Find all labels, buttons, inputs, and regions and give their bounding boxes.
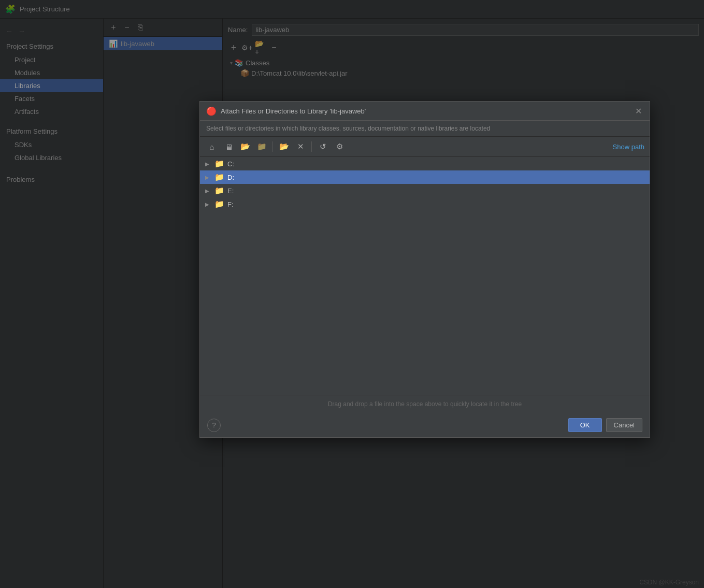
c-chevron: ▶ [205, 161, 211, 167]
f-drive-label: F: [227, 200, 234, 208]
e-drive-label: E: [227, 187, 234, 195]
folder-home-button[interactable]: 📂 [238, 140, 252, 153]
refresh-button[interactable]: ↺ [316, 140, 329, 153]
dialog-footer: ? OK Cancel [200, 413, 650, 437]
toolbar-separator-2 [311, 141, 312, 152]
dialog-title-text: Attach Files or Directories to Library '… [221, 107, 366, 115]
e-folder-icon: 📁 [214, 186, 224, 195]
settings-button[interactable]: ⚙ [333, 140, 346, 153]
file-tree-row-c[interactable]: ▶ 📁 C: [200, 157, 650, 170]
expand-folder-button[interactable]: 📂 [277, 140, 291, 153]
file-tree-row-f[interactable]: ▶ 📁 F: [200, 197, 650, 211]
dialog-actions: OK Cancel [568, 418, 642, 432]
new-folder-disabled-button[interactable]: 📁 [255, 140, 268, 153]
dialog-subtitle: Select files or directories in which lib… [200, 121, 650, 137]
desktop-button[interactable]: 🖥 [222, 140, 235, 153]
attach-files-dialog: 🔴 Attach Files or Directories to Library… [199, 101, 650, 438]
file-tree-row-e[interactable]: ▶ 📁 E: [200, 184, 650, 197]
file-toolbar-left: ⌂ 🖥 📂 📁 📂 ✕ ↺ ⚙ [205, 140, 346, 153]
dialog-file-toolbar: ⌂ 🖥 📂 📁 📂 ✕ ↺ ⚙ Show path [200, 137, 650, 157]
d-drive-label: D: [227, 174, 234, 181]
f-folder-icon: 📁 [214, 199, 224, 209]
dialog-title-left: 🔴 Attach Files or Directories to Library… [206, 106, 366, 116]
file-tree[interactable]: ▶ 📁 C: ▶ 📁 D: ▶ 📁 E: ▶ 📁 F: [200, 157, 650, 395]
c-drive-label: C: [227, 160, 234, 168]
cancel-button[interactable]: Cancel [606, 418, 642, 432]
show-path-link[interactable]: Show path [613, 143, 644, 151]
home-button[interactable]: ⌂ [205, 140, 219, 153]
drag-drop-hint: Drag and drop a file into the space abov… [200, 395, 650, 413]
dialog-title-bar: 🔴 Attach Files or Directories to Library… [200, 102, 650, 121]
dialog-close-button[interactable]: ✕ [633, 106, 643, 116]
d-chevron: ▶ [205, 175, 211, 180]
file-tree-row-d[interactable]: ▶ 📁 D: [200, 170, 650, 184]
f-chevron: ▶ [205, 202, 211, 207]
help-button[interactable]: ? [207, 419, 221, 432]
dialog-icon: 🔴 [206, 106, 217, 116]
toolbar-separator [272, 141, 273, 152]
delete-button[interactable]: ✕ [294, 140, 307, 153]
e-chevron: ▶ [205, 188, 211, 194]
ok-button[interactable]: OK [568, 418, 602, 432]
c-folder-icon: 📁 [214, 159, 224, 168]
d-folder-icon: 📁 [214, 173, 224, 182]
